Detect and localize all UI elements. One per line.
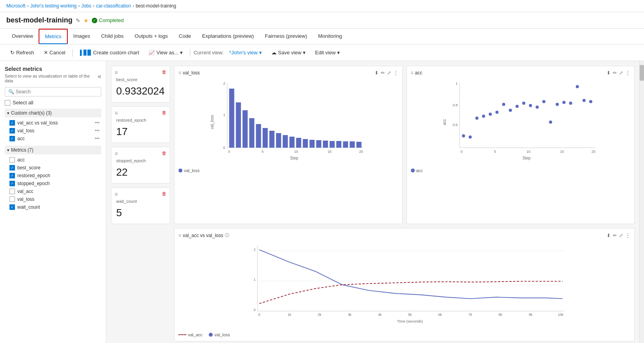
svg-rect-24 [350,141,355,148]
custom-charts-group-header[interactable]: ▾ Custom chart(s) (3) [5,109,101,117]
expand-combo-icon[interactable]: ⤢ [619,233,623,238]
list-item: acc [8,156,101,164]
drag-handle-icon-4[interactable]: ≡ [115,191,118,197]
svg-point-53 [562,101,565,104]
breadcrumb-microsoft[interactable]: Microsoft [6,3,26,9]
val-acc-vs-val-loss-checkbox[interactable]: ✓ [9,120,15,126]
metrics-val-loss-label: val_loss [17,197,34,202]
val-acc-vs-val-loss-menu[interactable]: ••• [95,120,100,126]
breadcrumb-car-classification[interactable]: car-classification [96,3,131,9]
metrics-acc-label: acc [17,157,25,163]
download-acc-icon[interactable]: ⬇ [607,70,611,76]
val-acc-vs-val-loss-svg: 2 1 0 0 1k 2k 3k 4k 5k [178,241,630,328]
view-as-button[interactable]: 📈 View as... ▾ [145,48,187,57]
val-loss-checkbox[interactable]: ✓ [9,128,15,133]
drag-handle-icon[interactable]: ≡ [115,69,118,76]
tab-images[interactable]: Images [68,29,96,44]
cancel-button[interactable]: ✕ Cancel [40,48,69,57]
current-view-label: Current view: [193,50,224,56]
val-acc-vs-val-loss-label: val_acc vs val_loss [17,120,58,126]
info-icon[interactable]: ⓘ [225,232,229,238]
collapse-sidebar-button[interactable]: « [98,73,101,80]
tab-monitoring[interactable]: Monitoring [313,29,348,44]
select-all-row: Select all [5,100,101,106]
acc-legend-dot [411,169,415,172]
val-loss-legend: val_loss [178,168,398,173]
download-combo-icon[interactable]: ⬇ [607,233,611,238]
refresh-button[interactable]: ↻ Refresh [6,48,38,57]
expand-val-loss-icon[interactable]: ⤢ [387,70,391,76]
svg-text:3k: 3k [348,313,352,317]
svg-text:0: 0 [223,146,225,150]
edit-title-icon[interactable]: ✎ [76,17,80,24]
metrics-val-loss-checkbox[interactable] [9,197,15,202]
favorite-icon[interactable]: ★ [84,17,89,24]
metrics-val-acc-checkbox[interactable] [9,189,15,194]
tab-overview[interactable]: Overview [6,29,39,44]
metrics-acc-checkbox[interactable] [9,157,15,163]
edit-view-button[interactable]: Edit view ▾ [311,48,344,57]
search-input[interactable] [16,89,98,95]
drag-icon-combo[interactable]: ≡ [178,233,181,238]
metrics-group-header[interactable]: ▾ Metrics (7) [5,146,101,154]
more-val-loss-icon[interactable]: ⋮ [393,70,398,76]
svg-text:20: 20 [359,150,363,154]
tab-code[interactable]: Code [173,29,197,44]
drag-handle-icon-2[interactable]: ≡ [115,110,118,116]
breadcrumb-jobs[interactable]: Jobs [81,3,91,9]
drag-icon[interactable]: ≡ [178,70,181,76]
metrics-stopped-epoch-checkbox[interactable]: ✓ [9,181,15,186]
svg-rect-20 [323,141,328,148]
current-view-button[interactable]: *John's view ▾ [225,48,266,57]
select-all-checkbox[interactable] [5,100,10,106]
val-loss-label: val_loss [17,128,34,133]
metrics-restored-epoch-checkbox[interactable]: ✓ [9,173,15,178]
metrics-best-score-checkbox[interactable]: ✓ [9,165,15,171]
more-acc-icon[interactable]: ⋮ [625,70,630,76]
delete-wait-count-icon[interactable]: 🗑 [162,191,167,197]
breadcrumb: Microsoft › John's testing working › Job… [0,0,644,12]
delete-restored-epoch-icon[interactable]: 🗑 [162,110,167,115]
acc-legend: acc [411,168,631,173]
delete-best-score-icon[interactable]: 🗑 [162,69,167,75]
tab-child-jobs[interactable]: Child jobs [96,29,129,44]
tab-fairness[interactable]: Fairness (preview) [260,29,313,44]
delete-stopped-epoch-icon[interactable]: 🗑 [162,150,167,156]
acc-checkbox[interactable]: ✓ [9,136,15,141]
wait-count-label: wait_count [116,199,165,204]
chart-icon: ▌▊▉ [80,50,91,56]
edit-acc-icon[interactable]: ✏ [613,70,617,76]
svg-rect-18 [310,140,315,148]
svg-rect-10 [256,124,261,148]
content-area: ≡ 🗑 best_score 0.9332024 ≡ 🗑 restored_ep… [106,61,639,343]
val-loss-menu[interactable]: ••• [95,128,100,133]
best-score-value: 0.9332024 [116,85,165,97]
svg-point-45 [509,109,512,112]
acc-menu[interactable]: ••• [95,136,100,141]
scrollbar-thumb[interactable] [640,65,644,81]
tab-outputs-logs[interactable]: Outputs + logs [129,29,173,44]
edit-combo-icon[interactable]: ✏ [613,233,617,238]
download-val-loss-icon[interactable]: ⬇ [375,70,379,76]
drag-icon-acc[interactable]: ≡ [411,70,414,76]
breadcrumb-workspace[interactable]: John's testing working [30,3,77,9]
sidebar: Select metrics Select to view as visuali… [0,61,106,343]
metric-card-best-score: ≡ 🗑 best_score 0.9332024 [111,66,170,102]
edit-val-loss-icon[interactable]: ✏ [381,70,385,76]
create-chart-button[interactable]: ▌▊▉ Create custom chart [76,48,143,57]
more-combo-icon[interactable]: ⋮ [625,233,630,238]
metrics-group-label: Metrics (7) [11,147,33,153]
expand-acc-icon[interactable]: ⤢ [619,70,623,76]
drag-handle-icon-3[interactable]: ≡ [115,150,118,157]
custom-charts-group-items: ✓ val_acc vs val_loss ••• ✓ val_loss •••… [5,119,101,143]
tab-metrics[interactable]: Metrics [39,29,68,44]
save-view-button[interactable]: ☁ Save view ▾ [267,48,310,57]
metrics-wait-count-checkbox[interactable]: ✓ [9,204,15,210]
svg-point-38 [462,134,465,137]
tab-explanations[interactable]: Explanations (preview) [197,29,260,44]
svg-text:2: 2 [254,248,256,252]
search-box: 🔍 [5,87,101,96]
svg-point-56 [582,99,585,102]
scrollbar[interactable] [639,61,644,343]
svg-text:5: 5 [494,150,496,154]
